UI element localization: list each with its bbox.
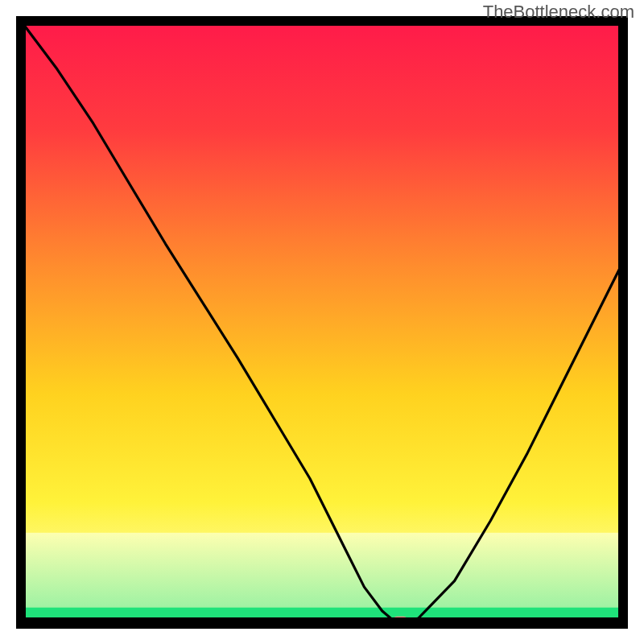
svg-rect-1 <box>21 533 623 608</box>
bottleneck-chart: TheBottleneck.com <box>0 0 644 644</box>
chart-svg <box>0 0 644 644</box>
watermark-label: TheBottleneck.com <box>483 2 634 23</box>
